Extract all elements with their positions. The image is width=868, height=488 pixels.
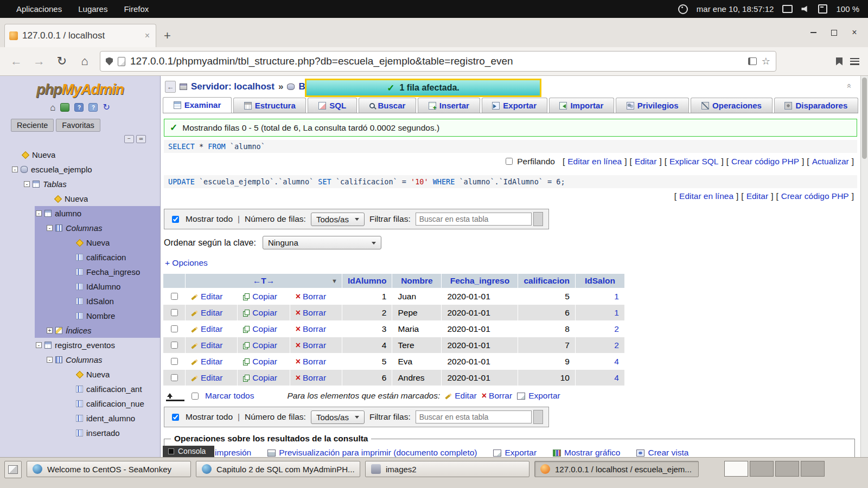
tree-item-columns[interactable]: -Columnas	[35, 221, 160, 235]
tab-buscar[interactable]: Buscar	[359, 98, 416, 113]
check-all-checkbox[interactable]	[192, 393, 199, 400]
page-info-icon[interactable]	[118, 57, 125, 66]
tree-item-tables[interactable]: -Tablas	[0, 177, 160, 191]
browser-scrollbar[interactable]	[860, 76, 868, 457]
options-arrow-icon[interactable]: ▼	[331, 278, 337, 284]
docs-icon[interactable]: ?	[88, 103, 98, 112]
copy-row-link[interactable]: Copiar	[243, 357, 277, 366]
tab-examinar[interactable]: Examinar	[163, 97, 232, 113]
menu-hamburger-icon[interactable]	[850, 58, 859, 65]
scrollbar-thumb[interactable]	[862, 78, 867, 159]
delete-selected-link[interactable]: ×Borrar	[482, 391, 512, 401]
battery-percentage[interactable]: 100 %	[836, 4, 859, 14]
collapse-icon[interactable]: -	[12, 166, 18, 172]
expand-icon[interactable]: +	[47, 328, 53, 333]
breadcrumb-server[interactable]: Servidor: localhost	[191, 81, 275, 92]
tab-sql[interactable]: SQL	[308, 98, 356, 113]
create-php-code-link[interactable]: Crear código PHP	[731, 157, 799, 166]
create-view-link[interactable]: Crear vista	[636, 448, 688, 457]
tree-item-indices[interactable]: +Índices	[35, 323, 160, 338]
places-menu[interactable]: Lugares	[78, 4, 107, 14]
cell-idsalon-link[interactable]: 4	[614, 373, 619, 382]
tab-insertar[interactable]: Insertar	[418, 98, 480, 113]
tab-importar[interactable]: Importar	[549, 98, 614, 113]
filter-input[interactable]	[416, 410, 532, 423]
recent-button[interactable]: Reciente	[11, 119, 54, 132]
browser-tab[interactable]: 127.0.0.1 / localhost ×	[4, 24, 156, 47]
copy-row-link[interactable]: Copiar	[243, 373, 277, 382]
logout-icon[interactable]	[60, 103, 69, 112]
copy-row-link[interactable]: Copiar	[243, 308, 277, 317]
phpmyadmin-logo[interactable]: phpMyAdmin	[0, 76, 160, 98]
close-button[interactable]: ×	[846, 25, 863, 40]
tree-item-column-nombre[interactable]: Nombre	[35, 309, 160, 323]
tree-item-column-idalumno[interactable]: IdAlumno	[35, 279, 160, 294]
check-all-link[interactable]: Marcar todos	[205, 391, 254, 401]
sql-help-icon[interactable]: ?	[74, 103, 84, 112]
reload-icon[interactable]: ↻	[54, 54, 69, 68]
url-text[interactable]: 127.0.0.1/phpmyadmin/tbl_structure.php?d…	[130, 55, 743, 67]
collapse-all-button[interactable]: −	[124, 135, 134, 143]
tracking-protection-shield-icon[interactable]	[106, 57, 113, 66]
taskbar-window-capitulo[interactable]: Capitulo 2 de SQL com MyAdminPH...	[196, 461, 360, 477]
header-fecha-ingreso[interactable]: Fecha_ingreso	[442, 274, 518, 288]
header-idalumno[interactable]: IdAlumno	[342, 274, 392, 288]
tree-item-new-database[interactable]: Nueva	[0, 147, 160, 162]
fulltext-toggle[interactable]: ←T→	[253, 276, 275, 285]
show-all-checkbox[interactable]	[172, 216, 179, 223]
workspace-4[interactable]	[801, 461, 825, 477]
tree-item-column-calificacion[interactable]: calificacion	[35, 250, 160, 265]
rows-count-select[interactable]: Todos/as	[311, 410, 365, 424]
collapse-icon[interactable]: -	[47, 357, 53, 363]
inline-edit-link[interactable]: Editar en línea	[679, 191, 733, 201]
tree-item-table-alumno[interactable]: -alumno	[35, 206, 160, 221]
tab-privilegios[interactable]: Privilegios	[616, 98, 689, 113]
bookmark-star-icon[interactable]: ☆	[762, 55, 770, 67]
show-all-checkbox[interactable]	[172, 414, 179, 421]
workspace-2[interactable]	[750, 461, 774, 477]
minimize-button[interactable]	[805, 25, 821, 40]
edit-link[interactable]: Editar	[635, 157, 657, 166]
tab-operaciones[interactable]: Operaciones	[691, 98, 772, 113]
tree-item-new-column[interactable]: Nueva	[0, 367, 160, 382]
forward-icon[interactable]: →	[31, 54, 47, 68]
home-icon[interactable]: ⌂	[50, 103, 55, 112]
tree-item-column-insertado[interactable]: insertado	[0, 426, 160, 440]
copy-row-link[interactable]: Copiar	[243, 324, 277, 333]
new-tab-button[interactable]: +	[156, 24, 178, 47]
header-nombre[interactable]: Nombre	[392, 274, 441, 288]
show-desktop-button[interactable]	[4, 461, 22, 478]
header-idsalon[interactable]: IdSalon	[576, 274, 624, 288]
delete-row-link[interactable]: ×Borrar	[296, 292, 326, 301]
applications-menu[interactable]: Aplicaciones	[16, 4, 62, 14]
tree-item-column-idsalon[interactable]: IdSalon	[35, 294, 160, 309]
console-bar[interactable]: Consola	[163, 446, 214, 457]
edit-row-link[interactable]: Editar	[191, 357, 223, 366]
export-selected-link[interactable]: Exportar	[517, 391, 560, 401]
delete-row-link[interactable]: ×Borrar	[296, 373, 326, 382]
volume-icon[interactable]	[801, 5, 809, 12]
cell-idsalon-link[interactable]: 2	[614, 341, 619, 350]
print-preview-link[interactable]: Previsualización para imprimir (document…	[267, 448, 477, 457]
edit-row-link[interactable]: Editar	[191, 324, 223, 333]
display-icon[interactable]	[782, 5, 793, 13]
delete-row-link[interactable]: ×Borrar	[296, 308, 326, 317]
rows-count-select[interactable]: Todos/as	[311, 213, 365, 226]
tab-disparadores[interactable]: Disparadores	[774, 98, 858, 113]
tree-item-database-escuela-ejemplo[interactable]: -escuela_ejemplo	[0, 162, 160, 177]
favorites-button[interactable]: Favoritas	[56, 119, 100, 132]
input-source-icon[interactable]	[818, 4, 827, 14]
collapse-icon[interactable]: -	[47, 225, 53, 231]
copy-row-link[interactable]: Copiar	[243, 292, 277, 301]
tree-item-column-ident-alumno[interactable]: ident_alumno	[0, 411, 160, 426]
display-chart-link[interactable]: Mostrar gráfico	[553, 448, 620, 457]
cell-idsalon-link[interactable]: 1	[614, 292, 619, 301]
tree-item-column-fecha-ingreso[interactable]: Fecha_ingreso	[35, 265, 160, 279]
tree-item-new-column[interactable]: Nueva	[35, 235, 160, 250]
tab-close-icon[interactable]: ×	[143, 31, 151, 41]
clock[interactable]: mar ene 10, 18:57:12	[697, 4, 774, 14]
row-checkbox[interactable]	[171, 325, 178, 332]
delete-row-link[interactable]: ×Borrar	[296, 341, 326, 350]
explain-sql-link[interactable]: Explicar SQL	[669, 157, 718, 166]
edit-row-link[interactable]: Editar	[191, 341, 223, 350]
